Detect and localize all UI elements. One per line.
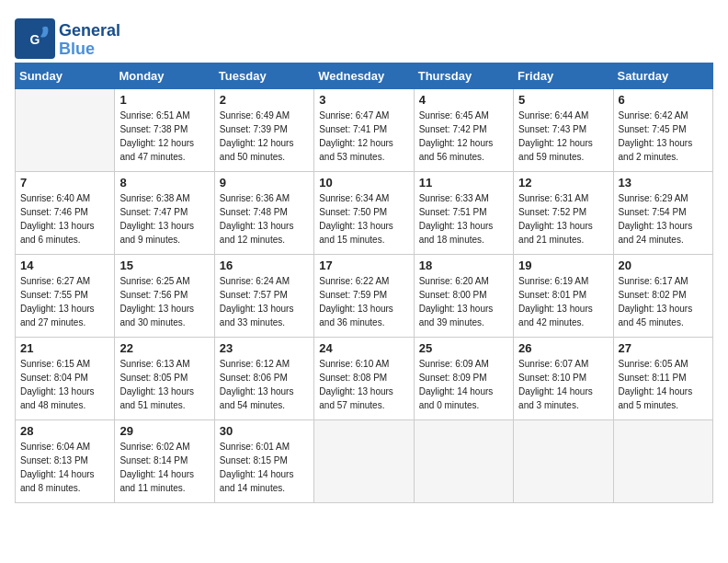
day-number: 16 xyxy=(220,259,309,272)
calendar-cell: 7Sunrise: 6:40 AMSunset: 7:46 PMDaylight… xyxy=(16,172,115,255)
day-number: 18 xyxy=(419,259,508,272)
day-number: 29 xyxy=(119,424,209,438)
calendar-cell: 12Sunrise: 6:31 AMSunset: 7:52 PMDayligh… xyxy=(514,172,613,255)
day-of-week-header: Thursday xyxy=(414,63,513,89)
calendar-cell: 20Sunrise: 6:17 AMSunset: 8:02 PMDayligh… xyxy=(613,255,712,338)
sun-info: Sunrise: 6:49 AMSunset: 7:39 PMDaylight:… xyxy=(220,109,309,164)
calendar-cell: 29Sunrise: 6:02 AMSunset: 8:14 PMDayligh… xyxy=(115,420,214,503)
sun-info: Sunrise: 6:13 AMSunset: 8:05 PMDaylight:… xyxy=(119,357,209,412)
calendar-cell: 1Sunrise: 6:51 AMSunset: 7:38 PMDaylight… xyxy=(115,89,214,172)
day-number: 3 xyxy=(319,93,408,107)
sun-info: Sunrise: 6:51 AMSunset: 7:38 PMDaylight:… xyxy=(119,109,209,164)
day-number: 22 xyxy=(119,341,209,355)
day-number: 28 xyxy=(20,424,109,438)
calendar-cell: 10Sunrise: 6:34 AMSunset: 7:50 PMDayligh… xyxy=(314,172,414,255)
sun-info: Sunrise: 6:01 AMSunset: 8:15 PMDaylight:… xyxy=(220,440,309,495)
calendar-cell: 21Sunrise: 6:15 AMSunset: 8:04 PMDayligh… xyxy=(16,338,115,420)
sun-info: Sunrise: 6:27 AMSunset: 7:55 PMDaylight:… xyxy=(20,274,109,329)
calendar-cell: 26Sunrise: 6:07 AMSunset: 8:10 PMDayligh… xyxy=(514,338,613,420)
sun-info: Sunrise: 6:36 AMSunset: 7:48 PMDaylight:… xyxy=(220,191,309,247)
calendar-cell: 19Sunrise: 6:19 AMSunset: 8:01 PMDayligh… xyxy=(514,255,613,338)
day-of-week-header: Saturday xyxy=(613,63,712,89)
svg-text:G: G xyxy=(30,32,40,47)
sun-info: Sunrise: 6:31 AMSunset: 7:52 PMDaylight:… xyxy=(518,191,608,247)
calendar-cell: 8Sunrise: 6:38 AMSunset: 7:47 PMDaylight… xyxy=(115,172,214,255)
calendar-cell: 9Sunrise: 6:36 AMSunset: 7:48 PMDaylight… xyxy=(214,172,313,255)
sun-info: Sunrise: 6:29 AMSunset: 7:54 PMDaylight:… xyxy=(619,191,708,247)
sun-info: Sunrise: 6:25 AMSunset: 7:56 PMDaylight:… xyxy=(119,274,209,329)
day-number: 12 xyxy=(518,176,608,190)
day-number: 14 xyxy=(20,259,109,272)
calendar-week-row: 28Sunrise: 6:04 AMSunset: 8:13 PMDayligh… xyxy=(16,420,713,503)
day-number: 23 xyxy=(220,341,309,355)
sun-info: Sunrise: 6:40 AMSunset: 7:46 PMDaylight:… xyxy=(20,191,109,247)
day-number: 8 xyxy=(119,176,209,190)
day-number: 24 xyxy=(319,341,408,355)
calendar-cell xyxy=(514,420,613,503)
calendar-week-row: 14Sunrise: 6:27 AMSunset: 7:55 PMDayligh… xyxy=(16,255,713,338)
sun-info: Sunrise: 6:38 AMSunset: 7:47 PMDaylight:… xyxy=(119,191,209,247)
day-of-week-header: Monday xyxy=(115,63,214,89)
day-number: 30 xyxy=(220,424,309,438)
calendar-cell: 27Sunrise: 6:05 AMSunset: 8:11 PMDayligh… xyxy=(613,338,712,420)
day-number: 19 xyxy=(518,259,608,272)
calendar-cell: 28Sunrise: 6:04 AMSunset: 8:13 PMDayligh… xyxy=(16,420,115,503)
calendar-cell: 14Sunrise: 6:27 AMSunset: 7:55 PMDayligh… xyxy=(16,255,115,338)
sun-info: Sunrise: 6:24 AMSunset: 7:57 PMDaylight:… xyxy=(220,274,309,329)
calendar-cell: 24Sunrise: 6:10 AMSunset: 8:08 PMDayligh… xyxy=(314,338,414,420)
day-number: 9 xyxy=(220,176,309,190)
calendar-cell: 5Sunrise: 6:44 AMSunset: 7:43 PMDaylight… xyxy=(514,89,613,172)
calendar-cell: 22Sunrise: 6:13 AMSunset: 8:05 PMDayligh… xyxy=(115,338,214,420)
calendar-week-row: 7Sunrise: 6:40 AMSunset: 7:46 PMDaylight… xyxy=(16,172,713,255)
day-number: 7 xyxy=(20,176,109,190)
sun-info: Sunrise: 6:19 AMSunset: 8:01 PMDaylight:… xyxy=(518,274,608,329)
day-number: 1 xyxy=(119,93,209,107)
day-number: 2 xyxy=(220,93,309,107)
day-number: 10 xyxy=(319,176,408,190)
sun-info: Sunrise: 6:33 AMSunset: 7:51 PMDaylight:… xyxy=(419,191,508,247)
calendar-cell xyxy=(16,89,115,172)
day-number: 17 xyxy=(319,259,408,272)
sun-info: Sunrise: 6:47 AMSunset: 7:41 PMDaylight:… xyxy=(319,109,408,164)
day-of-week-header: Tuesday xyxy=(214,63,313,89)
day-number: 13 xyxy=(619,176,708,190)
sun-info: Sunrise: 6:07 AMSunset: 8:10 PMDaylight:… xyxy=(518,357,608,412)
day-number: 15 xyxy=(119,259,209,272)
sun-info: Sunrise: 6:10 AMSunset: 8:08 PMDaylight:… xyxy=(319,357,408,412)
calendar-week-row: 1Sunrise: 6:51 AMSunset: 7:38 PMDaylight… xyxy=(16,89,713,172)
calendar: SundayMondayTuesdayWednesdayThursdayFrid… xyxy=(15,63,713,503)
day-number: 11 xyxy=(419,176,508,190)
calendar-cell xyxy=(613,420,712,503)
calendar-cell xyxy=(414,420,513,503)
calendar-cell: 6Sunrise: 6:42 AMSunset: 7:45 PMDaylight… xyxy=(613,89,712,172)
day-number: 27 xyxy=(619,341,708,355)
calendar-cell: 23Sunrise: 6:12 AMSunset: 8:06 PMDayligh… xyxy=(214,338,313,420)
sun-info: Sunrise: 6:02 AMSunset: 8:14 PMDaylight:… xyxy=(119,440,209,495)
calendar-cell: 4Sunrise: 6:45 AMSunset: 7:42 PMDaylight… xyxy=(414,89,513,172)
calendar-cell: 15Sunrise: 6:25 AMSunset: 7:56 PMDayligh… xyxy=(115,255,214,338)
day-number: 20 xyxy=(619,259,708,272)
day-number: 21 xyxy=(20,341,109,355)
logo-blue: Blue xyxy=(59,40,120,59)
day-number: 6 xyxy=(619,93,708,107)
calendar-cell: 11Sunrise: 6:33 AMSunset: 7:51 PMDayligh… xyxy=(414,172,513,255)
day-of-week-header: Friday xyxy=(514,63,613,89)
calendar-week-row: 21Sunrise: 6:15 AMSunset: 8:04 PMDayligh… xyxy=(16,338,713,420)
day-number: 26 xyxy=(518,341,608,355)
logo-name: General xyxy=(59,22,120,40)
calendar-cell: 18Sunrise: 6:20 AMSunset: 8:00 PMDayligh… xyxy=(414,255,513,338)
calendar-header: SundayMondayTuesdayWednesdayThursdayFrid… xyxy=(16,63,713,89)
sun-info: Sunrise: 6:45 AMSunset: 7:42 PMDaylight:… xyxy=(419,109,508,164)
sun-info: Sunrise: 6:42 AMSunset: 7:45 PMDaylight:… xyxy=(619,109,708,164)
calendar-cell xyxy=(314,420,414,503)
sun-info: Sunrise: 6:20 AMSunset: 8:00 PMDaylight:… xyxy=(419,274,508,329)
logo: G General Blue xyxy=(15,18,120,63)
sun-info: Sunrise: 6:12 AMSunset: 8:06 PMDaylight:… xyxy=(220,357,309,412)
calendar-cell: 13Sunrise: 6:29 AMSunset: 7:54 PMDayligh… xyxy=(613,172,712,255)
day-number: 5 xyxy=(518,93,608,107)
sun-info: Sunrise: 6:34 AMSunset: 7:50 PMDaylight:… xyxy=(319,191,408,247)
sun-info: Sunrise: 6:15 AMSunset: 8:04 PMDaylight:… xyxy=(20,357,109,412)
day-number: 4 xyxy=(419,93,508,107)
sun-info: Sunrise: 6:17 AMSunset: 8:02 PMDaylight:… xyxy=(619,274,708,329)
logo-icon: G xyxy=(15,18,55,59)
